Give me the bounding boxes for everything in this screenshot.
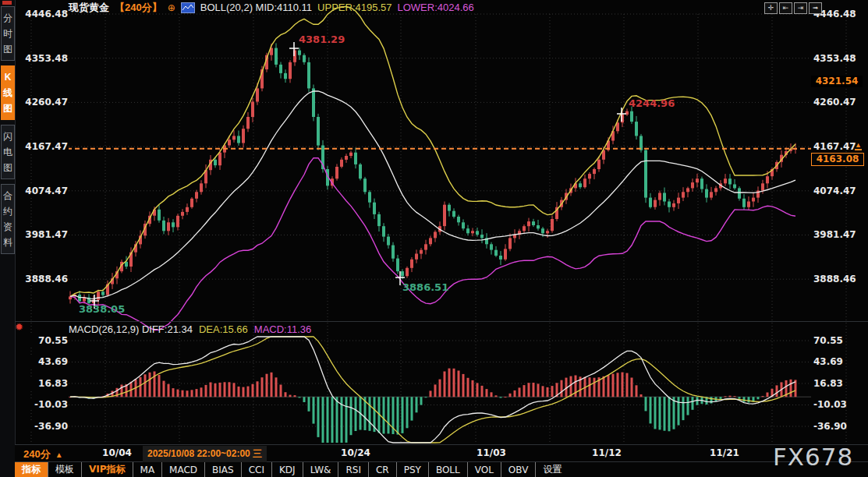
boll-upper-label: UPPER:4195.57 — [317, 2, 391, 13]
axis-tick-label: -36.90 — [813, 421, 863, 432]
axis-tick-label: 70.55 — [23, 335, 69, 346]
axis-tick-label: 3888.46 — [813, 274, 863, 284]
kline-chart-canvas[interactable] — [0, 0, 868, 477]
fx678-watermark: FX678 — [773, 443, 853, 471]
axis-tick-label: -36.90 — [23, 421, 69, 432]
boll-lower-label: LOWER:4024.66 — [398, 2, 474, 13]
hovered-candle-time: 2025/10/08 22:00~02:00 三 — [143, 446, 267, 462]
macd-main-label: MACD(26,12,9) DIFF:21.34 — [69, 323, 193, 335]
macd-dea-label: DEA:15.66 — [199, 323, 248, 335]
zoom-in-range-icon[interactable]: ⇥ — [794, 2, 807, 14]
chart-header: 现货黄金 【240分】 ⊕ BOLL(20,2) MID:4110.11 UPP… — [69, 1, 474, 14]
axis-tick-label: 3981.47 — [813, 229, 863, 240]
indicator-marker-icon[interactable]: ✹ — [15, 322, 23, 333]
axis-tick-label: 4074.47 — [23, 186, 69, 196]
axis-tick-label: 4446.48 — [23, 9, 69, 19]
macd-header: MACD(26,12,9) DIFF:21.34 DEA:15.66 MACD:… — [69, 323, 311, 335]
toolbar-item-2[interactable]: 模板 — [48, 462, 81, 477]
axis-tick-label: 43.69 — [813, 356, 863, 367]
axis-tick-label: 4353.48 — [23, 53, 69, 64]
axis-tick-label: 3888.46 — [23, 274, 69, 284]
axis-tick-label: -10.03 — [813, 399, 863, 410]
price-annotation: 3886.51 — [402, 281, 448, 293]
x-axis-tick: 11/03 — [477, 447, 506, 458]
toolbar-item-6[interactable]: BIAS — [204, 462, 241, 477]
pane-separator — [15, 321, 868, 322]
toolbar-item-1[interactable]: 指标 — [15, 462, 48, 477]
toolbar-item-8[interactable]: KDJ — [271, 462, 303, 477]
toolbar-item-3[interactable]: VIP指标 — [81, 462, 133, 477]
axis-tick-label: 4260.47 — [23, 97, 69, 108]
toolbar-item-7[interactable]: CCI — [241, 462, 271, 477]
axis-tick-label: 4074.47 — [813, 186, 863, 196]
price-annotation: 3838.05 — [79, 303, 125, 315]
axis-tick-label: 3981.47 — [23, 229, 69, 240]
axis-tick-label: 4167.47 — [23, 141, 69, 152]
toolbar-item-13[interactable]: BOLL — [428, 462, 467, 477]
zoom-out-range-icon[interactable]: ⇤ — [779, 2, 792, 14]
toolbar-item-4[interactable]: MA — [133, 462, 162, 477]
toolbar-item-5[interactable]: MACD — [161, 462, 204, 477]
axis-tick-label: 16.83 — [23, 378, 69, 389]
axis-tick-label: 43.69 — [23, 356, 69, 367]
price-scroll-arrow-icon[interactable]: ▲ — [855, 141, 862, 150]
goto-latest-icon[interactable]: ➟ — [809, 2, 822, 14]
toolbar-item-10[interactable]: RSI — [338, 462, 368, 477]
x-axis-tick: 11/21 — [710, 447, 739, 458]
toolbar-item-12[interactable]: PSY — [396, 462, 428, 477]
upper-mark-price-box: 4321.54 — [811, 76, 863, 87]
macd-value-label: MACD:11.36 — [254, 323, 311, 335]
chart-tool-icons: ✛⇤⇥➟ — [764, 2, 822, 14]
pan-crosshair-icon[interactable]: ✛ — [764, 2, 778, 14]
period-selector-label: 240分 — [23, 448, 51, 460]
trading-app-window: 分时图K线图闪电图合约资料 现货黄金 【240分】 ⊕ BOLL(20,2) M… — [0, 0, 868, 477]
axis-tick-label: -10.03 — [23, 399, 69, 410]
price-annotation: 4381.29 — [299, 34, 345, 45]
toolbar-item-15[interactable]: OBV — [501, 462, 536, 477]
period-badge: 【240分】 — [115, 1, 162, 15]
boll-mid-label: BOLL(20,2) MID:4110.11 — [200, 2, 312, 13]
axis-tick-label: 16.83 — [813, 378, 863, 389]
last-price-box: 4163.08 — [811, 153, 864, 166]
indicator-toolbar: 指标模板VIP指标MAMACDBIASCCIKDJLW&RSICRPSYBOLL… — [15, 462, 569, 477]
axis-tick-label: 4353.48 — [813, 53, 863, 64]
toolbar-item-11[interactable]: CR — [368, 462, 396, 477]
chevron-up-icon: ▲ — [55, 450, 63, 459]
x-axis-tick: 11/12 — [592, 447, 622, 458]
toolbar-item-9[interactable]: LW& — [303, 462, 338, 477]
crosshair-circle-icon[interactable]: ⊕ — [168, 2, 175, 13]
toolbar-item-16[interactable]: 设置 — [535, 462, 569, 477]
symbol-name: 现货黄金 — [69, 1, 109, 15]
toolbar-item-14[interactable]: VOL — [467, 462, 501, 477]
time-axis-bar: 240分▲ 2025/10/08 22:00~02:00 三 10/0410/2… — [15, 445, 868, 461]
x-axis-tick: 10/24 — [341, 447, 370, 458]
x-axis-tick: 10/04 — [102, 447, 132, 458]
price-annotation: 4244.96 — [629, 97, 675, 109]
period-selector[interactable]: 240分▲ — [23, 447, 63, 461]
axis-tick-label: 70.55 — [813, 335, 863, 346]
mini-chart-icon[interactable] — [181, 2, 195, 13]
axis-tick-label: 4260.47 — [813, 97, 863, 108]
